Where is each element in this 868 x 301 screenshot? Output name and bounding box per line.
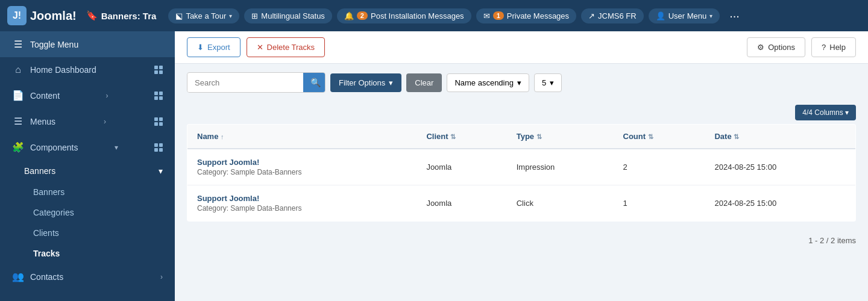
tour-chevron: ▾	[229, 13, 232, 19]
sidebar-contacts[interactable]: 👥 Contacts ›	[0, 264, 175, 290]
search-input[interactable]	[187, 73, 303, 92]
count-chevron-icon: ▾	[550, 78, 554, 87]
col-name-header[interactable]: Name ↑	[187, 125, 417, 149]
delete-icon: ✕	[257, 43, 263, 52]
col-count-header[interactable]: Count ⇅	[614, 125, 705, 149]
cell-name-0: Support Joomla! Category: Sample Data-Ba…	[187, 149, 417, 185]
filter-chevron-icon: ▾	[389, 78, 393, 87]
bookmark-icon: 🔖	[86, 10, 98, 21]
joomla-icon: J!	[7, 6, 27, 25]
sort-chevron-icon: ▾	[517, 78, 521, 87]
pagination-row: 1 - 2 / 2 items	[175, 231, 868, 250]
columns-button-wrap: 4/4 Columns ▾	[175, 101, 868, 124]
cell-type-1: Click	[507, 185, 614, 222]
post-install-pill[interactable]: 🔔 2 Post Installation Messages	[337, 8, 471, 23]
cell-name-1: Support Joomla! Category: Sample Data-Ba…	[187, 185, 417, 222]
user-menu-pill[interactable]: 👤 User Menu ▾	[649, 8, 720, 23]
sidebar-content[interactable]: 📄 Content ›	[0, 82, 175, 108]
menus-icon: ☰	[12, 116, 24, 127]
sidebar: ☰ Toggle Menu ⌂ Home Dashboard 📄 Content…	[0, 31, 175, 301]
multilingual-icon: ⊞	[251, 11, 258, 20]
bell-icon: 🔔	[344, 11, 354, 20]
table-wrap: Name ↑ Client ⇅ Type ⇅ Count	[175, 124, 868, 231]
col-date-header[interactable]: Date ⇅	[705, 125, 855, 149]
sidebar-components[interactable]: 🧩 Components ▾	[0, 134, 175, 160]
cell-date-1: 2024-08-25 15:00	[705, 185, 855, 222]
count-sort-icon: ⇅	[648, 133, 653, 140]
columns-button[interactable]: 4/4 Columns ▾	[795, 105, 856, 120]
col-client-header[interactable]: Client ⇅	[417, 125, 506, 149]
user-menu-chevron: ▾	[709, 13, 712, 19]
components-grid-icon	[154, 143, 163, 152]
toggle-menu-icon: ☰	[12, 39, 24, 50]
gear-icon: ⚙	[757, 43, 764, 52]
sidebar-menus[interactable]: ☰ Menus ›	[0, 108, 175, 134]
options-button[interactable]: ⚙ Options	[747, 37, 805, 57]
table-header-row: Name ↑ Client ⇅ Type ⇅ Count	[187, 125, 856, 149]
private-messages-pill[interactable]: ✉ 1 Private Messages	[476, 8, 576, 23]
export-icon: ⬇	[197, 43, 204, 52]
sidebar-banners-section[interactable]: Banners ▾	[0, 160, 175, 182]
help-button[interactable]: ? Help	[811, 37, 856, 57]
cell-type-0: Impression	[507, 149, 614, 185]
type-sort-icon: ⇅	[536, 133, 542, 140]
tracks-table: Name ↑ Client ⇅ Type ⇅ Count	[187, 124, 856, 222]
home-icon: ⌂	[12, 64, 24, 75]
table-row: Support Joomla! Category: Sample Data-Ba…	[187, 149, 856, 185]
cell-client-0: Joomla	[417, 149, 506, 185]
help-icon: ?	[822, 43, 826, 52]
cell-count-1: 1	[614, 185, 705, 222]
tour-icon: ⬕	[175, 11, 183, 20]
sidebar-sub-tracks[interactable]: Tracks	[0, 243, 175, 264]
menus-grid-icon	[154, 117, 163, 126]
sidebar-home-dashboard[interactable]: ⌂ Home Dashboard	[0, 57, 175, 82]
search-button[interactable]: 🔍	[303, 73, 326, 92]
take-a-tour-pill[interactable]: ⬕ Take a Tour ▾	[168, 8, 239, 23]
content-grid-icon	[154, 92, 163, 100]
table-row: Support Joomla! Category: Sample Data-Ba…	[187, 185, 856, 222]
envelope-icon: ✉	[483, 11, 490, 20]
contacts-arrow: ›	[160, 273, 163, 281]
brand-name: Joomla!	[30, 9, 77, 23]
name-sort-icon: ↑	[221, 133, 224, 140]
delete-tracks-button[interactable]: ✕ Delete Tracks	[247, 37, 325, 57]
sidebar-toggle-menu[interactable]: ☰ Toggle Menu	[0, 31, 175, 57]
toolbar: ⬇ Export ✕ Delete Tracks ⚙ Options ? Hel…	[175, 31, 868, 64]
search-icon: 🔍	[310, 78, 321, 87]
cell-client-1: Joomla	[417, 185, 506, 222]
search-bar: 🔍 Filter Options ▾ Clear Name ascending …	[175, 64, 868, 101]
filter-options-button[interactable]: Filter Options ▾	[330, 73, 401, 92]
col-type-header[interactable]: Type ⇅	[507, 125, 614, 149]
external-link-icon: ↗	[588, 11, 595, 20]
sidebar-sub-clients[interactable]: Clients	[0, 223, 175, 243]
components-icon: 🧩	[12, 141, 24, 153]
count-select[interactable]: 5 ▾	[534, 73, 562, 92]
sidebar-sub-banners[interactable]: Banners	[0, 182, 175, 202]
sidebar-sub-categories[interactable]: Categories	[0, 202, 175, 223]
main-layout: ☰ Toggle Menu ⌂ Home Dashboard 📄 Content…	[0, 31, 868, 301]
more-options-icon[interactable]: ···	[725, 9, 744, 23]
date-sort-icon: ⇅	[734, 133, 739, 140]
sort-select[interactable]: Name ascending ▾	[447, 73, 529, 92]
client-sort-icon: ⇅	[450, 133, 456, 140]
banners-arrow: ▾	[159, 166, 163, 176]
multilingual-status-pill[interactable]: ⊞ Multilingual Status	[244, 8, 332, 23]
top-navbar: J! Joomla! 🔖 Banners: Tra ⬕ Take a Tour …	[0, 0, 868, 31]
home-grid-icon	[154, 66, 163, 74]
search-input-wrap: 🔍	[187, 72, 326, 93]
brand-logo[interactable]: J! Joomla!	[7, 6, 77, 25]
jcms-pill[interactable]: ↗ JCMS6 FR	[581, 8, 644, 23]
content-arrow: ›	[106, 92, 108, 100]
contacts-icon: 👥	[12, 271, 24, 282]
cell-date-0: 2024-08-25 15:00	[705, 149, 855, 185]
clear-button[interactable]: Clear	[406, 73, 442, 92]
pagination-text: 1 - 2 / 2 items	[808, 236, 856, 245]
content-area: ⬇ Export ✕ Delete Tracks ⚙ Options ? Hel…	[175, 31, 868, 301]
components-arrow: ▾	[115, 143, 118, 152]
export-button[interactable]: ⬇ Export	[187, 37, 241, 57]
content-icon: 📄	[12, 90, 24, 101]
columns-dropdown-icon: ▾	[845, 108, 849, 117]
user-icon: 👤	[656, 11, 665, 20]
page-title-nav: 🔖 Banners: Tra	[86, 10, 157, 21]
menus-arrow: ›	[104, 117, 106, 126]
